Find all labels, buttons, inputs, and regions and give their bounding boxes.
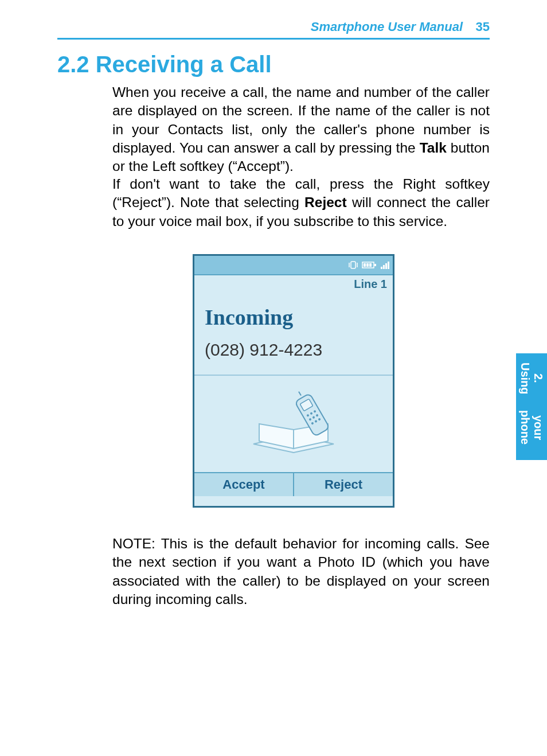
phone-screenshot: Line 1 Incoming (028) 912-4223 Accept Re… (193, 254, 394, 508)
battery-icon (362, 261, 377, 269)
svg-rect-5 (364, 263, 366, 267)
phone-call-status: Incoming (194, 291, 393, 334)
svg-rect-11 (388, 262, 389, 269)
chapter-tab: 2. Using your phone (516, 353, 547, 460)
paragraph-note: NOTE: This is the default behavior for i… (112, 535, 490, 609)
p2-bold-reject: Reject (304, 194, 347, 210)
phone-book-icon (248, 389, 339, 458)
manual-title: Smartphone User Manual (311, 20, 463, 34)
section-title: Receiving a Call (96, 52, 272, 77)
phone-status-bar (194, 256, 393, 275)
page-header: Smartphone User Manual 35 (57, 20, 490, 40)
svg-rect-10 (385, 263, 387, 269)
svg-rect-6 (366, 263, 369, 267)
svg-rect-7 (369, 263, 372, 267)
page-number: 35 (476, 20, 490, 34)
svg-rect-4 (374, 264, 376, 266)
phone-line-indicator: Line 1 (194, 275, 393, 291)
signal-icon (380, 260, 389, 270)
softkey-reject[interactable]: Reject (293, 473, 393, 496)
paragraph-1: When you receive a call, the name and nu… (112, 83, 490, 176)
svg-rect-8 (381, 267, 382, 269)
section-heading: 2.2 Receiving a Call (57, 52, 272, 77)
svg-rect-0 (351, 262, 355, 268)
svg-line-26 (299, 392, 301, 396)
chapter-tab-line2: your phone (518, 400, 545, 454)
paragraph-2: If don't want to take the call, press th… (112, 175, 490, 231)
phone-softkey-bar: Accept Reject (194, 472, 393, 496)
svg-rect-9 (383, 265, 385, 269)
vibrate-icon (348, 260, 358, 270)
phone-caller-image (194, 375, 393, 472)
section-number: 2.2 (57, 52, 89, 77)
p1-bold-talk: Talk (420, 140, 447, 155)
chapter-tab-line1: 2. Using (518, 359, 545, 398)
phone-caller-number: (028) 912-4223 (194, 334, 393, 360)
softkey-accept[interactable]: Accept (194, 473, 293, 496)
